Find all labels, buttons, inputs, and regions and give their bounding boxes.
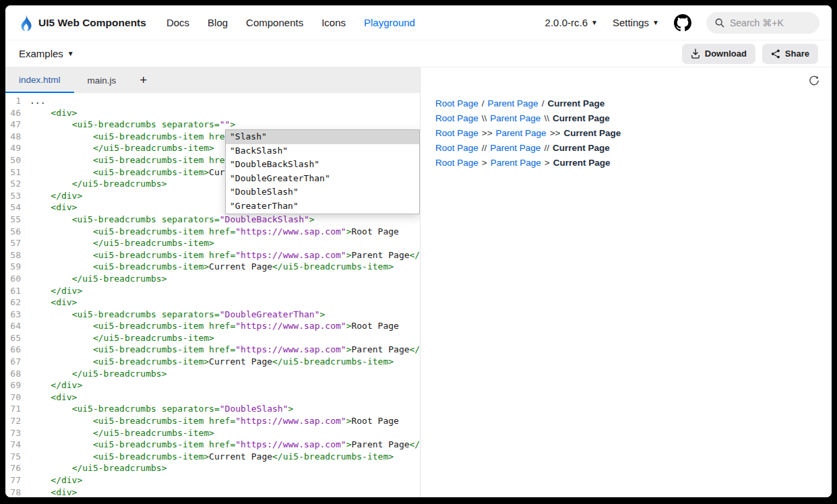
- line-number: 59: [5, 261, 30, 273]
- breadcrumb-link[interactable]: Parent Page: [488, 98, 538, 108]
- code-line: 58 <ui5-breadcrumbs-item href="https://w…: [5, 249, 420, 261]
- breadcrumb-row: Root Page\\Parent Page\\Current Page: [435, 113, 832, 123]
- line-number: 75: [5, 451, 30, 463]
- code-line: 63 <ui5-breadcrumbs separators="DoubleGr…: [5, 309, 420, 321]
- code-line: 67 <ui5-breadcrumbs-item>Current Page</u…: [5, 356, 420, 368]
- breadcrumb-separator: /: [542, 98, 545, 108]
- share-button[interactable]: Share: [762, 44, 818, 64]
- nav-item-icons[interactable]: Icons: [321, 17, 346, 28]
- line-number: 46: [5, 107, 30, 119]
- line-number: 50: [5, 154, 30, 166]
- code-line: 78 <div>: [5, 486, 420, 497]
- settings-dropdown[interactable]: Settings ▼: [613, 17, 659, 28]
- code-line: 56 <ui5-breadcrumbs-item href="https://w…: [5, 226, 420, 238]
- code-line: 70 <div>: [5, 391, 420, 404]
- code-line: 1...: [5, 95, 420, 107]
- preview-breadcrumbs: Root Page/Parent Page/Current PageRoot P…: [421, 67, 832, 168]
- autocomplete-item[interactable]: "BackSlash": [226, 144, 419, 158]
- line-number: 65: [5, 332, 30, 344]
- breadcrumb-link[interactable]: Root Page: [435, 158, 478, 168]
- breadcrumb-link[interactable]: Root Page: [435, 128, 478, 138]
- breadcrumb-current-page: Current Page: [547, 98, 604, 108]
- line-number: 57: [5, 237, 30, 249]
- breadcrumb-separator: //: [482, 143, 487, 153]
- line-number: 49: [5, 142, 30, 154]
- settings-label: Settings: [613, 17, 649, 28]
- line-number: 60: [5, 273, 30, 285]
- line-number: 71: [5, 403, 30, 415]
- tab-main-js[interactable]: main.js: [74, 67, 130, 93]
- share-label: Share: [785, 49, 809, 59]
- line-number: 73: [5, 427, 30, 439]
- download-label: Download: [705, 49, 747, 59]
- refresh-button[interactable]: [807, 74, 821, 88]
- examples-toolbar: Examples ▼ Download Share: [5, 40, 832, 67]
- breadcrumb-current-page: Current Page: [563, 128, 621, 138]
- breadcrumb-link[interactable]: Parent Page: [496, 128, 547, 138]
- line-number: 1: [5, 95, 30, 107]
- autocomplete-item[interactable]: "DoubleSlash": [226, 185, 419, 199]
- code-line: 68 </ui5-breadcrumbs>: [5, 368, 420, 380]
- download-button[interactable]: Download: [682, 44, 755, 64]
- line-number: 53: [5, 190, 30, 202]
- nav-item-blog[interactable]: Blog: [208, 17, 228, 28]
- line-number: 72: [5, 415, 30, 427]
- nav-item-docs[interactable]: Docs: [166, 17, 189, 28]
- breadcrumb-link[interactable]: Root Page: [435, 113, 478, 123]
- code-editor[interactable]: 1...46 <div>47 <ui5-breadcrumbs separato…: [5, 93, 420, 497]
- breadcrumb-separator: //: [544, 143, 549, 153]
- search-box[interactable]: Search ⌘+K: [706, 12, 819, 34]
- breadcrumb-link[interactable]: Parent Page: [490, 143, 540, 153]
- nav-item-components[interactable]: Components: [246, 17, 303, 28]
- examples-dropdown[interactable]: Examples ▼: [19, 48, 74, 59]
- breadcrumb-row: Root Page>Parent Page>Current Page: [435, 158, 832, 168]
- breadcrumb-current-page: Current Page: [553, 113, 610, 123]
- code-line: 77 </div>: [5, 474, 420, 486]
- code-line: 60 </ui5-breadcrumbs>: [5, 273, 420, 285]
- breadcrumb-separator: \\: [482, 113, 487, 123]
- breadcrumb-link[interactable]: Root Page: [435, 98, 478, 108]
- line-number: 63: [5, 309, 30, 321]
- line-number: 58: [5, 249, 30, 261]
- breadcrumb-link[interactable]: Root Page: [435, 143, 478, 153]
- nav-item-playground[interactable]: Playground: [364, 17, 415, 28]
- code-line: 46 <div>: [5, 107, 420, 119]
- code-line: 75 <ui5-breadcrumbs-item>Current Page</u…: [5, 451, 420, 463]
- brand[interactable]: UI5 Web Components: [18, 13, 146, 32]
- chevron-down-icon: ▼: [591, 19, 598, 26]
- add-tab-button[interactable]: +: [129, 67, 157, 93]
- download-icon: [691, 49, 700, 59]
- autocomplete-item[interactable]: "Slash": [226, 130, 419, 144]
- code-line: 59 <ui5-breadcrumbs-item>Current Page</u…: [5, 261, 420, 273]
- line-number: 56: [5, 226, 30, 238]
- code-line: 55 <ui5-breadcrumbs separators="DoubleBa…: [5, 214, 420, 226]
- top-navbar: UI5 Web Components DocsBlogComponentsIco…: [5, 5, 832, 40]
- line-number: 55: [5, 214, 30, 226]
- line-number: 69: [5, 379, 30, 391]
- breadcrumb-row: Root Page>>Parent Page>>Current Page: [435, 128, 832, 138]
- breadcrumb-link[interactable]: Parent Page: [490, 113, 540, 123]
- code-line: 64 <ui5-breadcrumbs-item href="https://w…: [5, 320, 420, 332]
- autocomplete-item[interactable]: "GreaterThan": [226, 199, 419, 214]
- version-label: 2.0.0-rc.6: [545, 17, 588, 28]
- breadcrumb-link[interactable]: Parent Page: [491, 158, 541, 168]
- search-icon: [715, 18, 724, 28]
- line-number: 48: [5, 131, 30, 143]
- code-line: 73 </ui5-breadcrumbs-item>: [5, 427, 420, 439]
- line-number: 54: [5, 201, 30, 214]
- chevron-down-icon: ▼: [652, 19, 659, 26]
- line-number: 52: [5, 178, 30, 190]
- editor-pane: index.html main.js + 1...46 <div>47 <ui5…: [5, 67, 420, 497]
- github-icon[interactable]: [674, 14, 691, 32]
- line-number: 78: [5, 486, 30, 497]
- tab-index-html[interactable]: index.html: [5, 67, 74, 93]
- version-dropdown[interactable]: 2.0.0-rc.6 ▼: [545, 17, 598, 28]
- breadcrumb-separator: >>: [550, 128, 561, 138]
- code-line: 74 <ui5-breadcrumbs-item href="https://w…: [5, 439, 420, 451]
- autocomplete-item[interactable]: "DoubleBackSlash": [226, 158, 419, 172]
- autocomplete-item[interactable]: "DoubleGreaterThan": [226, 172, 419, 186]
- line-number: 67: [5, 356, 30, 368]
- line-number: 61: [5, 285, 30, 297]
- line-number: 47: [5, 119, 30, 131]
- code-line: 66 <ui5-breadcrumbs-item href="https://w…: [5, 344, 420, 356]
